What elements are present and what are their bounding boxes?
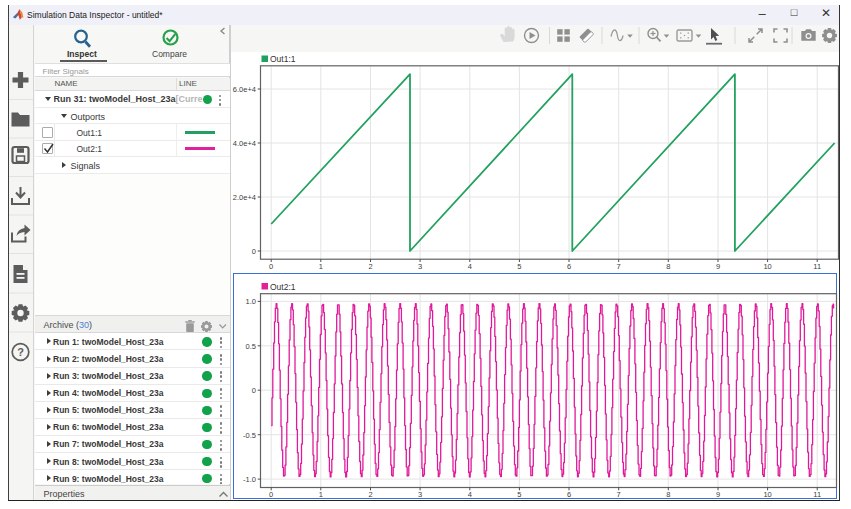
svg-text:8: 8 <box>666 490 670 499</box>
svg-text:7: 7 <box>617 262 621 271</box>
svg-text:6: 6 <box>567 490 571 499</box>
svg-text:8: 8 <box>666 262 670 271</box>
svg-text:2: 2 <box>368 490 372 499</box>
svg-text:5: 5 <box>517 262 521 271</box>
svg-text:0.5: 0.5 <box>246 342 256 351</box>
svg-text:-0.5: -0.5 <box>243 431 256 440</box>
svg-text:6: 6 <box>567 262 571 271</box>
svg-text:5: 5 <box>517 490 521 499</box>
svg-text:0: 0 <box>252 386 256 395</box>
svg-text:4: 4 <box>468 490 472 499</box>
svg-text:0: 0 <box>252 247 256 256</box>
svg-text:3: 3 <box>418 490 422 499</box>
svg-text:4: 4 <box>468 262 472 271</box>
svg-text:0: 0 <box>269 262 273 271</box>
svg-text:1: 1 <box>319 490 323 499</box>
svg-text:11: 11 <box>813 262 821 271</box>
svg-text:1.0: 1.0 <box>246 297 256 306</box>
svg-text:2: 2 <box>368 262 372 271</box>
svg-text:4.0e+4: 4.0e+4 <box>233 139 256 148</box>
svg-text:9: 9 <box>716 262 720 271</box>
svg-text:9: 9 <box>716 490 720 499</box>
svg-text:1: 1 <box>319 262 323 271</box>
svg-text:-1.0: -1.0 <box>243 475 256 484</box>
svg-text:3: 3 <box>418 262 422 271</box>
svg-text:Out1:1: Out1:1 <box>270 54 296 64</box>
svg-text:2.0e+4: 2.0e+4 <box>233 193 256 202</box>
svg-text:10: 10 <box>763 490 771 499</box>
svg-text:6.0e+4: 6.0e+4 <box>233 85 256 94</box>
svg-text:Out2:1: Out2:1 <box>270 282 296 292</box>
svg-text:11: 11 <box>813 490 821 499</box>
svg-text:7: 7 <box>617 490 621 499</box>
svg-text:0: 0 <box>269 490 273 499</box>
svg-text:10: 10 <box>763 262 771 271</box>
